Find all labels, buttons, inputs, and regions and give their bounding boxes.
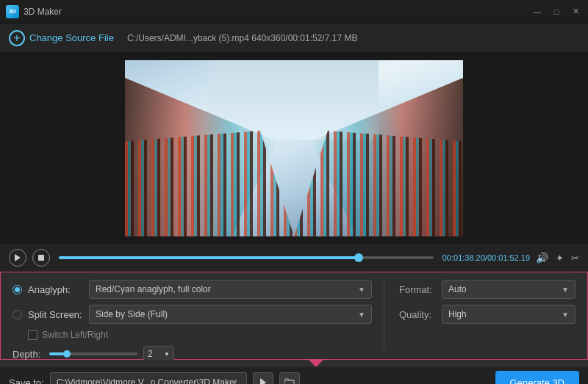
bottom-bar: Save to: C:\Vidmore\Vidmore V...o Conver… <box>0 366 588 384</box>
toolbar: + Change Source File C:/Users/ADMI...yba… <box>0 23 588 53</box>
depth-slider[interactable] <box>49 352 137 355</box>
time-display: 00:01:38.20/00:01:52.19 <box>442 253 530 262</box>
quality-label: Quality: <box>399 309 436 320</box>
arrow-down-icon <box>309 360 323 367</box>
change-source-label: Change Source File <box>29 32 114 43</box>
quality-row: Quality: High ▼ <box>399 305 576 324</box>
file-info: C:/Users/ADMI...yback (5).mp4 640x360/00… <box>127 33 357 43</box>
quality-value: High <box>448 309 467 319</box>
progress-fill <box>59 256 359 259</box>
switch-lr-row: Switch Left/Right <box>28 330 372 340</box>
split-screen-arrow: ▼ <box>358 311 365 319</box>
split-screen-dropdown[interactable]: Side by Side (Full) ▼ <box>89 305 372 324</box>
split-screen-radio[interactable] <box>12 310 22 319</box>
video-preview <box>125 60 463 236</box>
maximize-button[interactable]: □ <box>550 5 563 18</box>
svg-rect-3 <box>284 380 294 384</box>
red-arrow-indicator <box>0 360 588 366</box>
anaglyph-dropdown[interactable]: Red/Cyan anaglyph, full color ▼ <box>89 280 372 299</box>
format-dropdown[interactable]: Auto ▼ <box>442 280 576 299</box>
anaglyph-row: Anaglyph: Red/Cyan anaglyph, full color … <box>12 280 372 299</box>
progress-thumb <box>354 253 363 262</box>
switch-lr-checkbox[interactable] <box>28 330 37 340</box>
volume-icon[interactable]: 🔊 <box>536 252 548 264</box>
quality-dropdown[interactable]: High ▼ <box>442 305 576 324</box>
title-bar: 3D 3D Maker — □ ✕ <box>0 0 588 23</box>
app-title: 3D Maker <box>24 7 531 17</box>
settings-right: Format: Auto ▼ Quality: High ▼ <box>384 280 576 352</box>
stop-button[interactable] <box>32 249 50 267</box>
anaglyph-value: Red/Cyan anaglyph, full color <box>96 284 211 294</box>
format-value: Auto <box>448 284 467 294</box>
change-source-button[interactable]: + Change Source File <box>9 30 114 46</box>
playback-extras: 🔊 ✦ ✂ <box>536 252 579 264</box>
video-frame <box>125 60 463 236</box>
format-arrow: ▼ <box>562 286 569 294</box>
svg-marker-0 <box>15 254 21 261</box>
depth-label: Depth: <box>12 349 43 360</box>
app-icon: 3D <box>6 5 19 18</box>
svg-rect-1 <box>38 255 44 261</box>
progress-track[interactable] <box>59 256 434 259</box>
anaglyph-label: Anaglyph: <box>28 284 83 295</box>
anaglyph-radio[interactable] <box>12 285 22 294</box>
anaglyph-arrow: ▼ <box>358 286 365 294</box>
save-path-text: C:\Vidmore\Vidmore V...o Converter\3D Ma… <box>57 377 237 384</box>
format-label: Format: <box>399 284 436 295</box>
folder-dropdown-button[interactable] <box>253 372 273 384</box>
svg-marker-2 <box>260 378 266 384</box>
generate-3d-button[interactable]: Generate 3D <box>495 371 579 384</box>
settings-icon[interactable]: ✦ <box>556 253 564 264</box>
cut-icon[interactable]: ✂ <box>571 253 579 264</box>
window-controls: — □ ✕ <box>531 5 582 18</box>
playback-bar: 00:01:38.20/00:01:52.19 🔊 ✦ ✂ <box>0 244 588 272</box>
settings-left: Anaglyph: Red/Cyan anaglyph, full color … <box>12 280 384 352</box>
quality-arrow: ▼ <box>562 311 569 319</box>
split-screen-row: Split Screen: Side by Side (Full) ▼ <box>12 305 372 324</box>
save-path-display: C:\Vidmore\Vidmore V...o Converter\3D Ma… <box>50 372 247 384</box>
save-to-label: Save to: <box>9 377 44 385</box>
depth-dropdown-arrow: ▼ <box>164 351 170 358</box>
open-folder-button[interactable] <box>279 372 300 384</box>
plus-icon: + <box>9 30 25 46</box>
play-button[interactable] <box>9 249 26 267</box>
settings-panel: Anaglyph: Red/Cyan anaglyph, full color … <box>0 272 588 360</box>
depth-value: 2 <box>148 349 153 359</box>
minimize-button[interactable]: — <box>531 5 544 18</box>
format-row: Format: Auto ▼ <box>399 280 576 299</box>
video-preview-area <box>0 53 588 244</box>
switch-lr-label: Switch Left/Right <box>42 330 108 340</box>
split-screen-label: Split Screen: <box>28 309 83 320</box>
depth-thumb <box>63 350 71 358</box>
split-screen-value: Side by Side (Full) <box>96 309 168 319</box>
close-button[interactable]: ✕ <box>569 5 582 18</box>
